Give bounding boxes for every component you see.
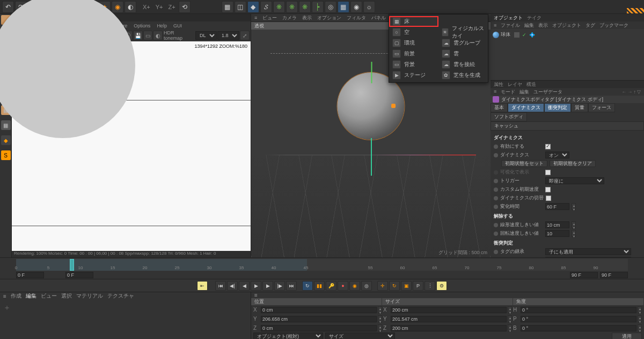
- dyn-tag-icon[interactable]: 💠: [529, 32, 535, 38]
- attr-mode-icon[interactable]: ≡: [494, 89, 496, 96]
- hdr-exposure[interactable]: 1.8: [217, 31, 239, 40]
- lv-menu-gui[interactable]: GUI: [173, 23, 182, 28]
- env-item-r-4[interactable]: ✿芝生を生成: [438, 70, 488, 81]
- axis-y[interactable]: Y+: [153, 4, 165, 10]
- live-canvas[interactable]: 1394*1292 ZOOM:%180: [12, 41, 251, 251]
- vp-menu-camera[interactable]: カメラ: [282, 15, 297, 21]
- render-region[interactable]: ◫: [235, 1, 246, 13]
- env-item-r-2[interactable]: ☁雲: [438, 48, 488, 59]
- attr-user[interactable]: ユーザデータ: [533, 89, 562, 96]
- lv-diff[interactable]: ◐: [153, 31, 163, 40]
- axis-z[interactable]: Z+: [166, 4, 178, 10]
- rp-menu-icon[interactable]: ≡: [494, 23, 496, 28]
- tab-objects[interactable]: オブジェクト: [494, 15, 523, 21]
- generator-c[interactable]: ❋: [299, 1, 311, 13]
- nav-up[interactable]: ↑: [634, 89, 636, 95]
- object-tree[interactable]: 球体 ✓ 💠: [491, 29, 644, 80]
- hdr-mode-select[interactable]: DL: [195, 31, 217, 40]
- t-point[interactable]: ⋮: [425, 281, 435, 291]
- attr-tab-layer[interactable]: レイヤ: [508, 81, 522, 88]
- chk-enable[interactable]: [545, 144, 551, 149]
- size-Z[interactable]: [391, 325, 507, 331]
- apply-button[interactable]: 適用: [612, 333, 642, 339]
- t-prev[interactable]: ◀: [239, 281, 250, 291]
- mm-icon[interactable]: ≡: [3, 293, 6, 299]
- step-ctime[interactable]: ▴▾: [572, 203, 576, 210]
- t-play[interactable]: ▶: [251, 281, 261, 291]
- axis-lock[interactable]: ⟲: [179, 1, 191, 13]
- t-pos[interactable]: ✛: [377, 281, 388, 291]
- chk-cinit[interactable]: [545, 187, 551, 192]
- env-item-l-3[interactable]: ▭前景: [389, 48, 438, 59]
- generator-a[interactable]: ❋: [273, 1, 285, 13]
- rot-P[interactable]: [521, 316, 636, 322]
- tl-cur[interactable]: [65, 272, 93, 278]
- btn-clear-init[interactable]: 初期状態をクリア: [550, 160, 596, 167]
- t-next[interactable]: ▶: [262, 281, 273, 291]
- env-item-l-0[interactable]: ▦床: [389, 16, 438, 27]
- pos-Y[interactable]: [261, 316, 377, 322]
- mode-xray[interactable]: ◆: [1, 135, 11, 145]
- attr-tab-attr[interactable]: 属性: [494, 81, 503, 88]
- step-rot[interactable]: ▴▾: [572, 230, 576, 237]
- t-keysel[interactable]: ◎: [361, 281, 372, 291]
- generator-b[interactable]: ❋: [286, 1, 298, 13]
- undo-button[interactable]: ↶: [2, 1, 14, 13]
- tool-b[interactable]: ◉: [112, 1, 123, 13]
- op-menu-view[interactable]: 表示: [538, 22, 548, 29]
- environment-button[interactable]: ▦: [338, 1, 349, 13]
- mm-texture[interactable]: テクスチャ: [107, 292, 134, 300]
- add-material[interactable]: ＋: [3, 303, 11, 312]
- cube-primitive[interactable]: ◆: [247, 1, 259, 13]
- pos-Z[interactable]: [261, 325, 377, 331]
- step-lin[interactable]: ▴▾: [572, 221, 576, 228]
- fld-ctime[interactable]: [545, 203, 569, 210]
- fld-lin[interactable]: [545, 221, 569, 228]
- op-menu-edit[interactable]: 編集: [524, 22, 534, 29]
- t-nextkey[interactable]: |▶: [274, 281, 285, 291]
- size-Y[interactable]: [391, 316, 507, 322]
- lv-hist[interactable]: ▭: [143, 31, 153, 40]
- t-first[interactable]: ⏮: [215, 281, 226, 291]
- op-menu-obj[interactable]: オブジェクト: [552, 22, 581, 29]
- subtab-basic[interactable]: 基本: [491, 103, 508, 112]
- go-start[interactable]: ⇤: [197, 281, 208, 291]
- mm-view[interactable]: ビュー: [41, 292, 57, 300]
- camera-tool[interactable]: ◉: [350, 1, 362, 13]
- env-item-l-5[interactable]: ▶ステージ: [389, 70, 438, 81]
- tl-end[interactable]: [570, 272, 598, 278]
- t-loop[interactable]: ↻: [302, 281, 313, 291]
- vp-menu-display[interactable]: 表示: [302, 15, 312, 21]
- sel-trigger[interactable]: 即座に: [545, 177, 604, 184]
- op-menu-tag[interactable]: タグ: [586, 22, 595, 29]
- subtab-soft[interactable]: ソフトボディ: [491, 112, 527, 121]
- tree-item-sphere[interactable]: 球体 ✓ 💠: [493, 31, 535, 38]
- tab-takes[interactable]: テイク: [527, 15, 541, 21]
- sel-dyn[interactable]: オン: [545, 152, 569, 158]
- env-item-l-1[interactable]: ○空: [389, 27, 438, 38]
- t-rot[interactable]: ↻: [389, 281, 400, 291]
- attr-mode[interactable]: モード: [501, 89, 515, 96]
- nav-fwd[interactable]: →: [628, 89, 633, 95]
- env-item-l-2[interactable]: ▢環境: [389, 38, 438, 48]
- sel-inherit[interactable]: 子にも適用: [545, 248, 631, 255]
- btn-set-init[interactable]: 初期状態をセット: [501, 160, 547, 167]
- env-item-l-4[interactable]: ▭背景: [389, 59, 438, 70]
- t-key[interactable]: 🔑: [326, 281, 336, 291]
- spline-tool[interactable]: 𝓢: [260, 1, 272, 13]
- t-prevkey[interactable]: ◀|: [227, 281, 238, 291]
- op-menu-file[interactable]: ファイル: [501, 22, 520, 29]
- nav-filter[interactable]: ▽: [637, 89, 641, 95]
- lv-menu-options[interactable]: Options: [134, 23, 150, 28]
- mode-work[interactable]: ▦: [1, 120, 11, 130]
- sel-size-mode[interactable]: サイズ: [325, 333, 395, 339]
- lv-save[interactable]: 💾: [133, 31, 143, 40]
- vp-menu-icon[interactable]: ≡: [254, 15, 257, 20]
- lv-menu-help[interactable]: Help: [157, 23, 167, 28]
- fld-rot[interactable]: [545, 230, 569, 237]
- env-item-r-3[interactable]: ☁雲を接続: [438, 59, 488, 70]
- lv-expand[interactable]: ⤢: [240, 31, 250, 40]
- subtab-cache[interactable]: キャッシュ: [491, 121, 644, 131]
- chk-viz[interactable]: [545, 170, 551, 175]
- tool-c[interactable]: ◐: [125, 1, 136, 13]
